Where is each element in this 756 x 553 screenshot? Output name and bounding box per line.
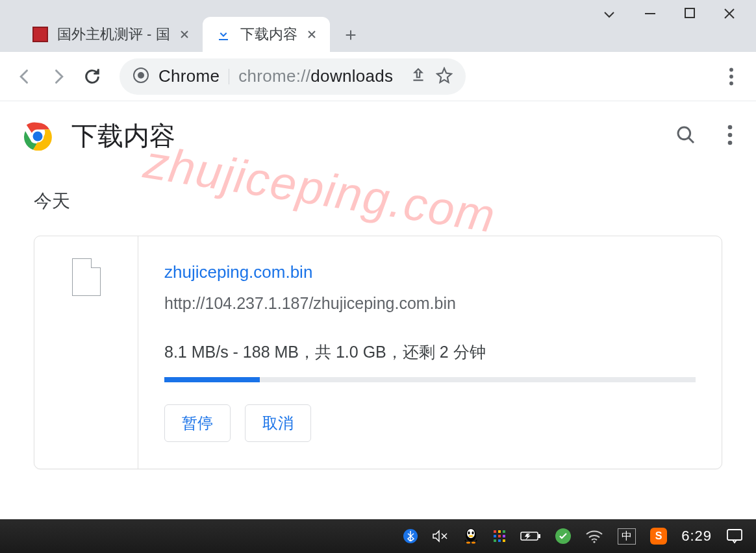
- svg-point-11: [728, 132, 733, 137]
- card-actions: 暂停 取消: [164, 404, 696, 442]
- ime-indicator[interactable]: 中: [618, 528, 636, 545]
- tray-check-icon[interactable]: [555, 528, 571, 544]
- svg-point-5: [729, 81, 733, 85]
- omnibox-url: chrome://downloads: [238, 66, 393, 86]
- divider: [229, 69, 229, 84]
- battery-icon[interactable]: [520, 530, 541, 542]
- card-icon-area: [34, 236, 138, 469]
- back-button[interactable]: [10, 62, 39, 91]
- tab-title: 下载内容: [240, 25, 297, 44]
- pause-button[interactable]: 暂停: [164, 404, 231, 442]
- forward-button[interactable]: [44, 62, 73, 91]
- titlebar: 国外主机测评 - 国 下载内容: [0, 0, 756, 52]
- svg-rect-22: [503, 530, 505, 533]
- download-icon: [214, 25, 233, 43]
- section-label: 今天: [34, 189, 722, 214]
- svg-point-10: [728, 125, 733, 129]
- download-url: http://104.237.1.187/zhujiceping.com.bin: [164, 294, 696, 313]
- download-card: zhujiceping.com.bin http://104.237.1.187…: [34, 236, 722, 469]
- notifications-icon[interactable]: [726, 528, 743, 544]
- reload-button[interactable]: [78, 62, 107, 91]
- new-tab-button[interactable]: [338, 22, 364, 48]
- svg-point-31: [594, 541, 596, 543]
- close-window-button[interactable]: [722, 6, 737, 25]
- svg-rect-21: [498, 530, 501, 533]
- file-icon: [72, 258, 101, 296]
- svg-rect-24: [498, 535, 501, 537]
- maximize-button[interactable]: [683, 6, 696, 25]
- svg-rect-30: [538, 534, 540, 538]
- chrome-logo-icon: [23, 122, 52, 151]
- share-icon[interactable]: [410, 67, 427, 86]
- page-menu-button[interactable]: [727, 125, 733, 148]
- svg-point-8: [33, 131, 43, 141]
- bluetooth-icon[interactable]: [403, 529, 418, 543]
- svg-rect-32: [727, 530, 742, 540]
- card-body: zhujiceping.com.bin http://104.237.1.187…: [138, 236, 722, 469]
- svg-point-19: [472, 542, 475, 544]
- close-tab-icon[interactable]: [305, 28, 318, 41]
- volume-muted-icon[interactable]: [432, 530, 449, 543]
- omnibox[interactable]: Chrome chrome://downloads: [120, 58, 466, 95]
- svg-rect-23: [494, 535, 496, 537]
- star-icon[interactable]: [436, 67, 453, 86]
- progress-bar-fill: [164, 377, 260, 382]
- svg-rect-25: [503, 535, 505, 537]
- svg-rect-27: [498, 539, 501, 542]
- chevron-down-icon[interactable]: [601, 6, 617, 25]
- search-button[interactable]: [675, 125, 696, 148]
- close-tab-icon[interactable]: [178, 28, 191, 41]
- svg-rect-26: [494, 539, 496, 542]
- svg-point-15: [468, 532, 470, 534]
- svg-point-12: [728, 140, 733, 145]
- svg-rect-0: [685, 8, 694, 18]
- minimize-button[interactable]: [643, 6, 657, 25]
- toolbar: Chrome chrome://downloads: [0, 52, 756, 101]
- wifi-icon[interactable]: [585, 529, 603, 543]
- download-filename[interactable]: zhujiceping.com.bin: [164, 262, 696, 282]
- tab-inactive[interactable]: 国外主机测评 - 国: [19, 17, 203, 52]
- taskbar: 中 S 6:29: [0, 519, 756, 553]
- qq-icon[interactable]: [463, 528, 479, 545]
- page-title: 下载内容: [71, 118, 175, 154]
- tray-colorful-icon[interactable]: [493, 530, 506, 543]
- tab-active[interactable]: 下载内容: [203, 17, 330, 52]
- tab-strip: 国外主机测评 - 国 下载内容: [0, 13, 364, 52]
- favicon-site: [31, 25, 49, 43]
- svg-point-3: [729, 68, 733, 71]
- svg-point-9: [678, 127, 690, 140]
- svg-rect-28: [503, 539, 505, 542]
- cancel-button[interactable]: 取消: [245, 404, 311, 442]
- svg-rect-20: [494, 530, 496, 533]
- svg-point-4: [729, 75, 733, 79]
- browser-menu-button[interactable]: [717, 62, 746, 91]
- sogou-icon[interactable]: S: [650, 528, 667, 545]
- progress-bar-track: [164, 377, 696, 382]
- chrome-page-icon: [132, 67, 149, 86]
- svg-point-18: [466, 542, 470, 544]
- page-header: 下载内容: [0, 101, 756, 176]
- download-status: 8.1 MB/s - 188 MB，共 1.0 GB，还剩 2 分钟: [164, 341, 696, 363]
- downloads-content: 今天 zhujiceping.com.bin http://104.237.1.…: [0, 189, 756, 469]
- svg-point-16: [472, 532, 474, 534]
- svg-point-2: [138, 72, 144, 79]
- omnibox-scheme: Chrome: [158, 66, 220, 86]
- svg-point-17: [469, 535, 473, 537]
- window-controls: [582, 0, 756, 31]
- taskbar-clock[interactable]: 6:29: [681, 528, 712, 545]
- tab-title: 国外主机测评 - 国: [57, 25, 170, 44]
